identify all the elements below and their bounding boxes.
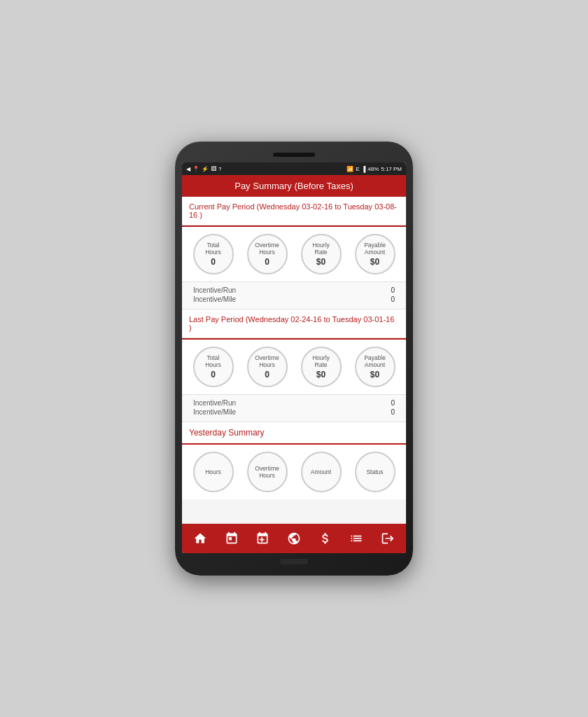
battery-label: 48% xyxy=(368,166,379,172)
bottom-nav[interactable] xyxy=(182,524,406,553)
circle-hours-yesterday: Hours xyxy=(193,452,234,492)
incentive-mile-last: Incentive/Mile 0 xyxy=(193,408,395,416)
yesterday-header: Yesterday Summary xyxy=(182,422,406,443)
last-period-circles: TotalHours 0 OvertimeHours 0 HourlyRate xyxy=(182,340,406,395)
current-period-circles: TotalHours 0 OvertimeHours 0 HourlyRate xyxy=(182,227,406,282)
circle-total-hours-current: TotalHours 0 xyxy=(193,234,234,274)
incentive-run-last: Incentive/Run 0 xyxy=(193,399,395,407)
status-left-icons: ◀ 📍 ⚡ 🖼 ? xyxy=(186,166,221,172)
last-period-header: Last Pay Period (Wednesday 02-24-16 to T… xyxy=(182,309,406,338)
app-bar: Pay Summary (Before Taxes) xyxy=(182,175,406,197)
image-icon: 🖼 xyxy=(211,166,216,172)
circle-hourly-rate-current: HourlyRate $0 xyxy=(301,234,342,274)
phone-speaker xyxy=(273,153,315,157)
phone-home-button[interactable] xyxy=(280,559,308,564)
nav-calendar[interactable] xyxy=(225,531,239,545)
nav-exit[interactable] xyxy=(381,531,395,545)
phone-screen: ◀ 📍 ⚡ 🖼 ? 📶 E ▐ 48% 5:17 PM Pay Summary … xyxy=(182,162,406,553)
nav-home[interactable] xyxy=(193,531,207,545)
question-icon: ? xyxy=(218,166,221,172)
main-content[interactable]: Current Pay Period (Wednesday 03-02-16 t… xyxy=(182,197,406,524)
circle-hourly-rate-last: HourlyRate $0 xyxy=(301,347,342,387)
app-title: Pay Summary (Before Taxes) xyxy=(234,181,354,191)
circle-payable-last: PayableAmount $0 xyxy=(355,347,396,387)
back-icon: ◀ xyxy=(186,166,190,172)
yesterday-circles-row: Hours OvertimeHours Amount xyxy=(186,452,402,492)
status-bar: ◀ 📍 ⚡ 🖼 ? 📶 E ▐ 48% 5:17 PM xyxy=(182,162,406,175)
nav-dollar[interactable] xyxy=(318,531,332,545)
current-incentives: Incentive/Run 0 Incentive/Mile 0 xyxy=(182,282,406,309)
last-circles-row: TotalHours 0 OvertimeHours 0 HourlyRate xyxy=(186,347,402,387)
carrier-icon: E xyxy=(356,166,359,172)
nav-add-calendar[interactable] xyxy=(255,531,270,545)
incentive-mile-current: Incentive/Mile 0 xyxy=(193,295,395,303)
signal-bars: ▐ xyxy=(362,166,366,172)
nav-list[interactable] xyxy=(349,531,363,545)
location-icon: 📍 xyxy=(192,166,200,172)
time-label: 5:17 PM xyxy=(381,166,402,172)
nav-globe[interactable] xyxy=(287,531,301,545)
circle-total-hours-last: TotalHours 0 xyxy=(193,347,234,387)
phone-frame: ◀ 📍 ⚡ 🖼 ? 📶 E ▐ 48% 5:17 PM Pay Summary … xyxy=(175,141,413,576)
circle-overtime-last: OvertimeHours 0 xyxy=(247,347,288,387)
wifi-icon: 📶 xyxy=(346,166,354,172)
circle-overtime-current: OvertimeHours 0 xyxy=(247,234,288,274)
last-incentives: Incentive/Run 0 Incentive/Mile 0 xyxy=(182,395,406,422)
circle-payable-current: PayableAmount $0 xyxy=(355,234,396,274)
yesterday-circles-section: Hours OvertimeHours Amount xyxy=(182,445,406,499)
circle-overtime-yesterday: OvertimeHours xyxy=(247,452,288,492)
status-right-icons: 📶 E ▐ 48% 5:17 PM xyxy=(346,166,402,172)
current-circles-row: TotalHours 0 OvertimeHours 0 HourlyRate xyxy=(186,234,402,274)
usb-icon: ⚡ xyxy=(202,166,209,172)
incentive-run-current: Incentive/Run 0 xyxy=(193,286,395,294)
circle-amount-yesterday: Amount xyxy=(301,452,342,492)
circle-status-yesterday: Status xyxy=(355,452,396,492)
current-period-header: Current Pay Period (Wednesday 03-02-16 t… xyxy=(182,197,406,225)
